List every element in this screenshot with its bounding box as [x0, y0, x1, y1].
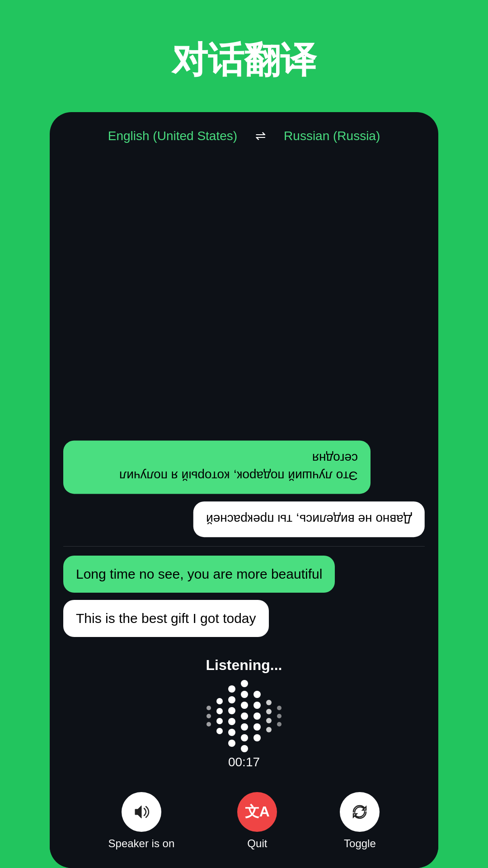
- language-bar: English (United States) ⇌ Russian (Russi…: [50, 112, 438, 154]
- left-language[interactable]: English (United States): [108, 129, 237, 143]
- wave-col-6: [266, 700, 272, 732]
- app-title: 对话翻译: [172, 36, 316, 85]
- wave-col-4: [241, 680, 248, 752]
- speaker-icon: [131, 802, 151, 822]
- toggle-control[interactable]: Toggle: [340, 792, 380, 850]
- toggle-button[interactable]: [340, 792, 380, 832]
- quit-label: Quit: [247, 837, 267, 850]
- speaker-button[interactable]: [122, 792, 161, 832]
- lower-bubble-green: Long time no see, you are more beautiful: [63, 556, 335, 593]
- waveform: [206, 684, 282, 748]
- speaker-control[interactable]: Speaker is on: [108, 792, 175, 850]
- chat-area: Это лучший подарок, который я получил се…: [50, 154, 438, 648]
- wave-col-3: [228, 685, 235, 747]
- speaker-label: Speaker is on: [108, 837, 175, 850]
- bottom-controls: Speaker is on 文A Quit Toggle: [50, 783, 438, 868]
- upper-bubble-green: Это лучший подарок, который я получил се…: [63, 440, 371, 494]
- phone-card: English (United States) ⇌ Russian (Russi…: [50, 112, 438, 868]
- upper-chat: Это лучший подарок, который я получил се…: [63, 154, 425, 546]
- right-language[interactable]: Russian (Russia): [284, 129, 380, 143]
- toggle-label: Toggle: [344, 837, 376, 850]
- wave-col-1: [206, 706, 211, 726]
- timer: 00:17: [228, 755, 260, 769]
- lower-bubble-white: This is the best gift I got today: [63, 600, 269, 637]
- wave-col-2: [216, 698, 223, 734]
- listening-area: Listening...: [50, 648, 438, 783]
- upper-bubble-white: Давно не виделись, ты прекрасней: [193, 501, 425, 537]
- translate-icon: 文A: [245, 802, 270, 822]
- wave-col-5: [253, 691, 261, 741]
- refresh-icon: [350, 802, 370, 822]
- quit-button[interactable]: 文A: [237, 792, 277, 832]
- chat-divider: [63, 546, 425, 547]
- wave-col-7: [277, 706, 282, 726]
- lower-chat: Long time no see, you are more beautiful…: [63, 556, 425, 648]
- quit-control[interactable]: 文A Quit: [237, 792, 277, 850]
- swap-icon[interactable]: ⇌: [255, 128, 266, 143]
- listening-label: Listening...: [206, 657, 282, 674]
